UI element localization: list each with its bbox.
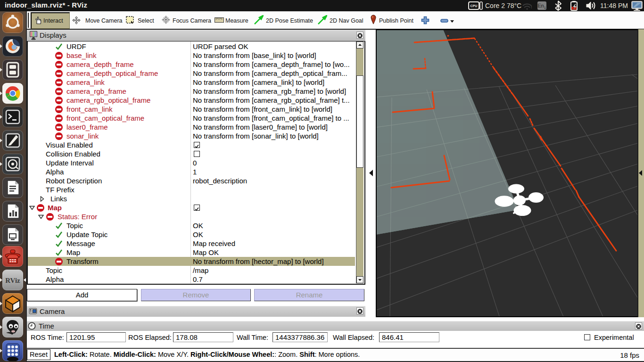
svg-text:!: ! bbox=[531, 5, 532, 9]
svg-text:En: En bbox=[537, 3, 544, 8]
svg-text:1: 1 bbox=[544, 6, 546, 9]
svg-text:Core 2 78°C: Core 2 78°C bbox=[485, 2, 521, 9]
svg-text:CPU: CPU bbox=[471, 4, 478, 8]
svg-text:RViz: RViz bbox=[5, 277, 20, 284]
svg-text:11:48 PM: 11:48 PM bbox=[600, 2, 628, 9]
